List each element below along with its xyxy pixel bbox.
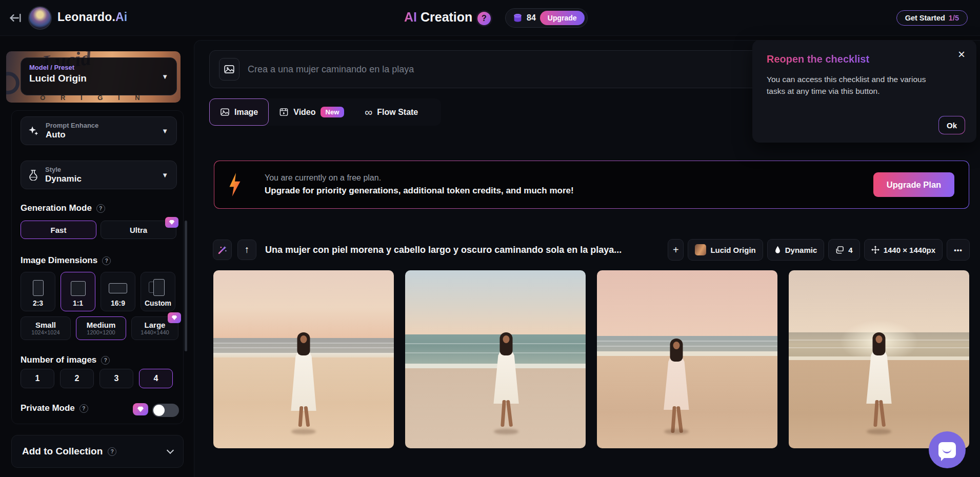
prompt-enhance-value: Auto xyxy=(46,130,98,140)
woman-figure xyxy=(287,332,320,430)
add-to-collection-expander[interactable]: Add to Collection ? xyxy=(11,435,184,468)
size-medium-button[interactable]: Medium 1200×1200 xyxy=(76,316,126,340)
video-icon xyxy=(279,107,289,117)
token-balance-pill[interactable]: 84 Upgrade xyxy=(505,8,588,28)
woman-figure xyxy=(490,332,523,430)
premium-gem-icon xyxy=(165,217,178,228)
magic-wand-button[interactable] xyxy=(213,240,232,260)
woman-figure xyxy=(660,339,693,430)
custom-ratio-icon xyxy=(149,279,167,296)
magic-wand-icon xyxy=(217,245,227,255)
image-dimensions-heading: Image Dimensions ? xyxy=(21,255,111,266)
model-preset-value: Lucid Origin xyxy=(29,73,168,84)
nav-upgrade-button[interactable]: Upgrade xyxy=(540,11,585,25)
close-icon[interactable]: × xyxy=(958,48,965,61)
support-chat-button[interactable] xyxy=(929,431,966,468)
portrait-ratio-icon xyxy=(33,280,44,296)
style-label: Style xyxy=(45,166,82,173)
token-count: 84 xyxy=(527,13,536,23)
generation-mode-ultra-button[interactable]: Ultra xyxy=(101,221,176,239)
coins-icon xyxy=(513,13,523,23)
count-2-button[interactable]: 2 xyxy=(60,369,94,388)
chevron-down-icon: ▼ xyxy=(162,171,168,179)
generation-mode-heading: Generation Mode ? xyxy=(21,203,105,213)
creation-tabs: Image Video New ∞ Flow State xyxy=(209,98,441,126)
tab-image[interactable]: Image xyxy=(209,98,269,126)
prompt-enhance-label: Prompt Enhance xyxy=(46,122,98,129)
free-plan-banner: You are currently on a free plan. Upgrad… xyxy=(214,161,969,209)
toast-body: You can access this checklist and the va… xyxy=(767,73,937,97)
resize-arrows-icon xyxy=(871,246,879,254)
help-button[interactable]: ? xyxy=(476,10,492,27)
model-thumbnail xyxy=(695,244,706,255)
woman-figure xyxy=(863,332,895,430)
flask-icon xyxy=(28,169,38,181)
ratio-16-9-button[interactable]: 16:9 xyxy=(101,272,135,311)
user-avatar[interactable] xyxy=(28,6,52,30)
sparkles-icon xyxy=(28,126,39,136)
sidebar-scrollbar[interactable] xyxy=(185,221,187,351)
generated-image-2[interactable] xyxy=(405,270,586,448)
help-circle-icon[interactable]: ? xyxy=(96,204,105,213)
upgrade-plan-button[interactable]: Upgrade Plan xyxy=(873,172,954,197)
help-circle-icon[interactable]: ? xyxy=(102,256,111,265)
tab-video[interactable]: Video New xyxy=(269,98,354,126)
plus-icon: + xyxy=(673,244,679,256)
image-icon xyxy=(220,107,230,117)
tab-flow-state[interactable]: ∞ Flow State xyxy=(354,98,428,126)
plan-status-text: You are currently on a free plan. xyxy=(265,173,850,183)
dimensions-badge[interactable]: 1440 × 1440px xyxy=(864,239,943,261)
chevron-down-icon xyxy=(167,446,174,453)
ellipsis-icon: ••• xyxy=(954,246,963,254)
premium-gem-icon xyxy=(133,403,148,415)
toast-ok-button[interactable]: Ok xyxy=(939,116,965,134)
chevron-down-icon: ▼ xyxy=(162,127,168,135)
image-count-badge[interactable]: 4 xyxy=(828,239,859,261)
image-prompt-icon[interactable] xyxy=(219,58,239,81)
toggle-knob xyxy=(153,405,165,416)
upload-prompt-button[interactable]: ↑ xyxy=(237,240,256,260)
chat-bubble-icon xyxy=(938,442,956,458)
chevron-down-icon: ▼ xyxy=(162,73,168,81)
count-1-button[interactable]: 1 xyxy=(21,369,54,388)
help-circle-icon[interactable]: ? xyxy=(108,447,116,456)
generation-mode-fast-button[interactable]: Fast xyxy=(21,221,96,239)
style-dropdown[interactable]: Style Dynamic ▼ xyxy=(21,161,177,189)
new-badge: New xyxy=(321,107,345,117)
ratio-1-1-button[interactable]: 1:1 xyxy=(61,272,95,311)
ratio-custom-button[interactable]: Custom xyxy=(141,272,175,311)
count-3-button[interactable]: 3 xyxy=(99,369,133,388)
count-4-button[interactable]: 4 xyxy=(139,369,173,388)
size-large-button[interactable]: Large 1440×1440 xyxy=(131,316,178,340)
generated-image-3[interactable] xyxy=(597,270,777,448)
get-started-button[interactable]: Get Started 1/5 xyxy=(896,10,968,26)
style-value: Dynamic xyxy=(45,174,82,184)
private-mode-toggle[interactable] xyxy=(152,404,179,417)
number-of-images-heading: Number of images ? xyxy=(21,355,110,365)
model-preset-label: Model / Preset xyxy=(29,64,168,71)
leonardo-logo[interactable]: Leonardo.Ai xyxy=(57,10,127,24)
generated-image-4[interactable] xyxy=(789,270,969,448)
ratio-2-3-button[interactable]: 2:3 xyxy=(21,272,55,311)
style-badge[interactable]: Dynamic xyxy=(767,239,825,261)
help-circle-icon[interactable]: ? xyxy=(101,356,110,365)
generation-prompt-text[interactable]: Una mujer con piel morena y cabello larg… xyxy=(265,245,622,255)
collapse-sidebar-icon[interactable] xyxy=(8,11,24,25)
arrow-up-icon: ↑ xyxy=(245,244,250,255)
toast-title: Reopen the checklist xyxy=(767,53,962,65)
plan-upsell-text: Upgrade for priority generations, additi… xyxy=(265,186,850,196)
model-preset-dropdown[interactable]: Model / Preset Lucid Origin ▼ xyxy=(21,57,177,95)
landscape-ratio-icon xyxy=(109,283,127,293)
help-circle-icon[interactable]: ? xyxy=(79,404,88,413)
square-ratio-icon xyxy=(71,281,86,296)
generated-image-1[interactable] xyxy=(213,270,394,448)
top-navigation-bar: Leonardo.Ai AI Creation ? 84 Upgrade Get… xyxy=(0,0,980,36)
size-small-button[interactable]: Small 1024×1024 xyxy=(21,316,71,340)
add-generation-button[interactable]: + xyxy=(668,239,684,261)
model-art-ornament xyxy=(6,72,19,94)
more-options-button[interactable]: ••• xyxy=(947,239,970,261)
photos-icon xyxy=(835,246,844,254)
checklist-progress: 1/5 xyxy=(949,14,959,22)
prompt-enhance-dropdown[interactable]: Prompt Enhance Auto ▼ xyxy=(21,116,177,145)
model-badge[interactable]: Lucid Origin xyxy=(688,239,763,261)
